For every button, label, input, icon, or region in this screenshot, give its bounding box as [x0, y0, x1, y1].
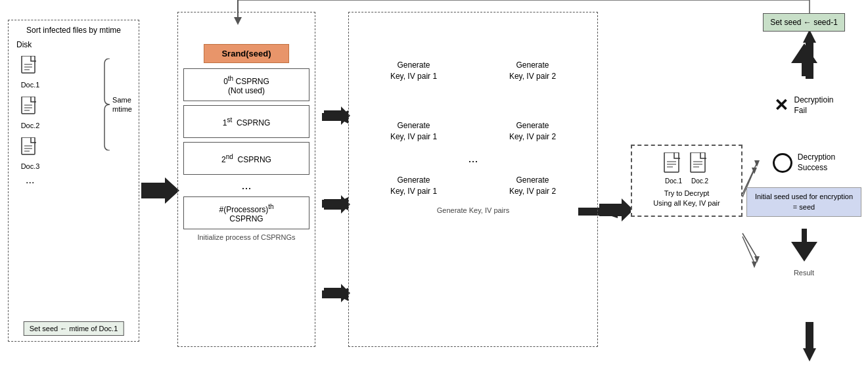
- doc-label-2: Doc.2: [21, 122, 40, 129]
- decrypt-doc-label-2: Doc.2: [691, 177, 708, 185]
- arrow1-svg: [324, 106, 350, 125]
- svg-marker-45: [791, 43, 817, 76]
- generate-box: GenerateKey, IV pair 1 GenerateKey, IV p…: [348, 12, 598, 347]
- doc-item-3: Doc.3: [20, 137, 40, 170]
- down-arrow-container: [791, 229, 817, 263]
- svg-marker-33: [324, 106, 350, 125]
- up-arrow-container: [791, 43, 817, 78]
- gen-cell-2-2: GenerateKey, IV pair 2: [479, 120, 586, 143]
- doc-label-1: Doc.1: [21, 81, 40, 89]
- brace-icon: [103, 58, 111, 150]
- fail-row: ✕ DecryptioinFail: [774, 95, 833, 116]
- csprng-item-2: 2nd CSPRNG: [183, 142, 309, 175]
- gen-cell-2-1: GenerateKey, IV pair 1: [360, 120, 467, 143]
- doc-icon-1: [20, 56, 40, 80]
- decrypt-doc-2: Doc.2: [689, 152, 710, 185]
- decrypt-text: Try to DecryptUsing all Key, IV pair: [639, 189, 735, 209]
- arrow-csprng3-gen3: [324, 284, 350, 304]
- decrypt-doc-label-1: Doc.1: [665, 177, 682, 185]
- set-seed-green-box: Set seed ← seed-1: [763, 13, 845, 32]
- gen-row-2: GenerateKey, IV pair 1 GenerateKey, IV p…: [354, 115, 592, 148]
- srand-box: Srand(seed): [204, 44, 289, 63]
- result-label: Result: [794, 269, 814, 277]
- doc-label-3: Doc.3: [21, 162, 40, 170]
- doc-group: Doc.1 Doc.2: [14, 52, 40, 186]
- seed-result-box: Initial seed used for encryption = seed: [746, 187, 861, 217]
- gen-spacer-1: [354, 91, 592, 111]
- doc-icon-2: [20, 97, 40, 120]
- gen-row-1: GenerateKey, IV pair 1 GenerateKey, IV p…: [354, 55, 592, 87]
- o-mark: [773, 153, 792, 173]
- doc-item-2: Doc.2: [20, 97, 40, 129]
- csprng-box-label: Initialize process of CSPRNGs: [183, 233, 309, 241]
- decrypt-box: Doc.1 Doc.2 Try to DecryptUsing all Key,…: [631, 145, 742, 217]
- set-seed-mtime-label: Set seed ← mtime of Doc.1: [24, 321, 124, 336]
- svg-marker-32: [141, 177, 179, 204]
- left-box: Sort infected files by mtime Disk Doc.1: [8, 20, 139, 342]
- csprng-item-0: 0th CSPRNG(Not used): [183, 68, 309, 101]
- up-arrow-svg: [791, 43, 817, 76]
- same-mtime-label: Samemtime: [112, 95, 132, 114]
- down-arrow-svg: [791, 229, 817, 262]
- gen-cell-3-2: GenerateKey, IV pair 2: [479, 175, 586, 197]
- generate-box-label: Generate Key, IV pairs: [354, 206, 592, 214]
- left-box-title: Sort infected files by mtime: [14, 26, 133, 35]
- doc-icon-3: [20, 137, 40, 161]
- big-arrow-gen-svg: [599, 198, 633, 221]
- gen-spacer-top: [354, 18, 592, 51]
- svg-rect-17: [806, 322, 813, 350]
- csprng-item-1: 1st CSPRNG: [183, 105, 309, 138]
- csprng-dots: ...: [183, 179, 309, 193]
- diagram-container: Sort infected files by mtime Disk Doc.1: [0, 0, 868, 389]
- arrow-left-to-csprng: [141, 177, 179, 206]
- gen-cell-1-2: GenerateKey, IV pair 2: [479, 60, 586, 82]
- arrow2-svg: [324, 195, 350, 214]
- decrypt-doc-icon-2: [689, 152, 710, 177]
- svg-marker-36: [599, 198, 633, 221]
- doc-item-1: Doc.1: [20, 56, 40, 89]
- same-mtime-group: Samemtime: [103, 58, 132, 150]
- decrypt-docs: Doc.1 Doc.2: [639, 152, 735, 185]
- svg-rect-37: [664, 152, 679, 172]
- gen-dots: ...: [354, 152, 592, 166]
- left-dots: ...: [26, 174, 34, 186]
- svg-marker-34: [324, 195, 350, 214]
- x-mark: ✕: [774, 95, 788, 116]
- success-label: DecryptionSuccess: [798, 152, 835, 173]
- decrypt-doc-1: Doc.1: [663, 152, 684, 185]
- srand-arrow-space: [183, 12, 309, 39]
- svg-marker-16: [803, 348, 816, 361]
- arrow-gen-decrypt: [599, 198, 633, 223]
- disk-label: Disk: [16, 40, 133, 49]
- gen-cell-3-1: GenerateKey, IV pair 1: [360, 175, 467, 197]
- arrow-csprng1-gen1: [324, 106, 350, 127]
- svg-rect-41: [691, 152, 705, 172]
- right-col: Set seed ← seed-1 ✕ DecryptioinFail Decr…: [746, 13, 861, 277]
- svg-marker-35: [324, 284, 350, 302]
- fail-label: DecryptioinFail: [794, 95, 833, 116]
- csprng-item-n: #(Processors)thCSPRNG: [183, 196, 309, 229]
- gen-cell-1-1: GenerateKey, IV pair 1: [360, 60, 467, 82]
- csprng-box: Srand(seed) 0th CSPRNG(Not used) 1st CSP…: [177, 12, 315, 347]
- big-arrow-svg: [141, 177, 179, 204]
- decrypt-doc-icon-1: [663, 152, 684, 177]
- arrow-csprng2-gen2: [324, 195, 350, 216]
- svg-marker-46: [791, 229, 817, 262]
- gen-row-3: GenerateKey, IV pair 1 GenerateKey, IV p…: [354, 170, 592, 202]
- success-row: DecryptionSuccess: [773, 152, 835, 173]
- arrow3-svg: [324, 284, 350, 302]
